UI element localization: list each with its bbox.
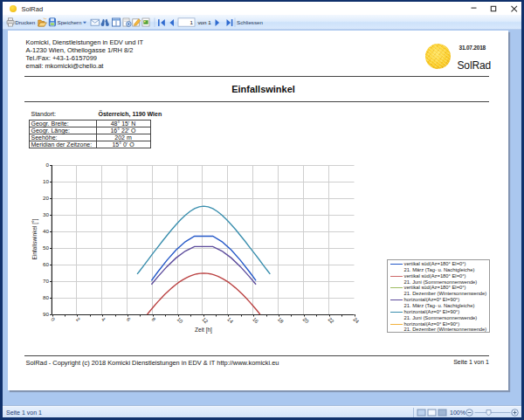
svg-text:0: 0 xyxy=(50,316,56,322)
svg-text:50: 50 xyxy=(43,244,49,251)
svg-text:10: 10 xyxy=(43,178,49,184)
svg-text:70: 70 xyxy=(43,278,49,284)
svg-text:Einfallswinkel [°]: Einfallswinkel [°] xyxy=(31,218,38,259)
svg-text:6: 6 xyxy=(126,316,132,322)
svg-text:40: 40 xyxy=(43,228,49,234)
svg-text:18: 18 xyxy=(277,316,285,324)
svg-text:20: 20 xyxy=(302,316,310,324)
svg-text:24: 24 xyxy=(352,316,360,324)
svg-text:22: 22 xyxy=(327,316,334,324)
svg-text:90: 90 xyxy=(43,311,49,317)
svg-text:80: 80 xyxy=(43,294,49,300)
svg-text:8: 8 xyxy=(151,316,157,322)
svg-text:Zeit [h]: Zeit [h] xyxy=(195,327,212,334)
svg-text:2: 2 xyxy=(75,316,81,322)
svg-text:14: 14 xyxy=(226,316,234,324)
svg-text:0: 0 xyxy=(46,162,50,168)
svg-text:100%: 100% xyxy=(450,410,465,416)
svg-text:10: 10 xyxy=(176,316,183,324)
svg-text:12: 12 xyxy=(201,316,209,324)
svg-text:16: 16 xyxy=(252,316,259,324)
svg-text:4: 4 xyxy=(100,316,107,322)
svg-text:20: 20 xyxy=(43,195,49,201)
svg-text:30: 30 xyxy=(43,211,49,217)
svg-text:60: 60 xyxy=(43,261,49,267)
